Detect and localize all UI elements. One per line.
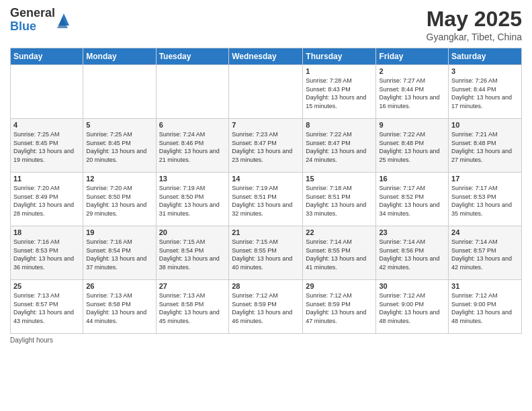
day-number: 2 [379, 67, 445, 75]
calendar-cell: 18Sunrise: 7:16 AM Sunset: 8:53 PM Dayli… [11, 226, 83, 280]
day-info: Sunrise: 7:20 AM Sunset: 8:50 PM Dayligh… [86, 184, 152, 218]
week-row-2: 4Sunrise: 7:25 AM Sunset: 8:45 PM Daylig… [11, 119, 522, 173]
calendar-cell: 23Sunrise: 7:14 AM Sunset: 8:56 PM Dayli… [376, 226, 449, 280]
day-number: 5 [86, 121, 152, 129]
weekday-header-row: SundayMondayTuesdayWednesdayThursdayFrid… [11, 48, 522, 65]
day-number: 29 [306, 282, 373, 290]
day-info: Sunrise: 7:21 AM Sunset: 8:48 PM Dayligh… [451, 130, 519, 164]
week-row-3: 11Sunrise: 7:20 AM Sunset: 8:49 PM Dayli… [11, 173, 522, 226]
month-title: May 2025 [427, 7, 522, 32]
weekday-header-saturday: Saturday [449, 48, 522, 65]
day-number: 3 [451, 67, 519, 75]
calendar-cell: 12Sunrise: 7:20 AM Sunset: 8:50 PM Dayli… [83, 173, 156, 226]
calendar-cell: 3Sunrise: 7:26 AM Sunset: 8:44 PM Daylig… [449, 65, 522, 119]
day-number: 15 [306, 175, 373, 183]
calendar-cell: 13Sunrise: 7:19 AM Sunset: 8:50 PM Dayli… [156, 173, 229, 226]
weekday-header-thursday: Thursday [303, 48, 376, 65]
calendar-cell: 21Sunrise: 7:15 AM Sunset: 8:55 PM Dayli… [229, 226, 303, 280]
weekday-header-monday: Monday [83, 48, 156, 65]
calendar-cell: 20Sunrise: 7:15 AM Sunset: 8:54 PM Dayli… [156, 226, 229, 280]
day-info: Sunrise: 7:25 AM Sunset: 8:45 PM Dayligh… [86, 130, 152, 164]
title-block: May 2025 Gyangkar, Tibet, China [427, 7, 522, 42]
day-number: 11 [13, 175, 80, 183]
day-number: 4 [13, 121, 80, 129]
day-info: Sunrise: 7:12 AM Sunset: 9:00 PM Dayligh… [451, 291, 519, 325]
day-info: Sunrise: 7:16 AM Sunset: 8:53 PM Dayligh… [13, 238, 80, 271]
day-info: Sunrise: 7:12 AM Sunset: 8:59 PM Dayligh… [306, 291, 373, 325]
calendar-cell: 24Sunrise: 7:14 AM Sunset: 8:57 PM Dayli… [449, 226, 522, 280]
day-number: 20 [159, 228, 226, 236]
day-info: Sunrise: 7:18 AM Sunset: 8:51 PM Dayligh… [306, 184, 373, 218]
day-info: Sunrise: 7:27 AM Sunset: 8:44 PM Dayligh… [379, 77, 445, 110]
day-number: 16 [379, 175, 445, 183]
day-number: 30 [379, 282, 445, 290]
calendar-cell: 10Sunrise: 7:21 AM Sunset: 8:48 PM Dayli… [449, 119, 522, 173]
day-number: 27 [159, 282, 226, 290]
week-row-4: 18Sunrise: 7:16 AM Sunset: 8:53 PM Dayli… [11, 226, 522, 280]
logo-blue: Blue [10, 20, 55, 34]
day-info: Sunrise: 7:19 AM Sunset: 8:50 PM Dayligh… [159, 184, 226, 218]
day-number: 13 [159, 175, 226, 183]
calendar-cell: 5Sunrise: 7:25 AM Sunset: 8:45 PM Daylig… [83, 119, 156, 173]
day-number: 1 [306, 67, 373, 75]
day-info: Sunrise: 7:17 AM Sunset: 8:52 PM Dayligh… [379, 184, 445, 218]
daylight-label: Daylight hours [10, 336, 53, 344]
calendar-cell: 4Sunrise: 7:25 AM Sunset: 8:45 PM Daylig… [11, 119, 83, 173]
day-number: 17 [451, 175, 519, 183]
day-info: Sunrise: 7:14 AM Sunset: 8:55 PM Dayligh… [306, 238, 373, 271]
day-number: 12 [86, 175, 152, 183]
day-number: 21 [232, 228, 300, 236]
day-info: Sunrise: 7:24 AM Sunset: 8:46 PM Dayligh… [159, 130, 226, 164]
day-number: 26 [86, 282, 152, 290]
calendar-cell: 26Sunrise: 7:13 AM Sunset: 8:58 PM Dayli… [83, 280, 156, 334]
header: General Blue May 2025 Gyangkar, Tibet, C… [10, 7, 522, 42]
day-info: Sunrise: 7:15 AM Sunset: 8:54 PM Dayligh… [159, 238, 226, 271]
day-number: 24 [451, 228, 519, 236]
day-number: 8 [306, 121, 373, 129]
day-number: 31 [451, 282, 519, 290]
calendar-cell [156, 65, 229, 119]
day-info: Sunrise: 7:26 AM Sunset: 8:44 PM Dayligh… [451, 77, 519, 110]
weekday-header-friday: Friday [376, 48, 449, 65]
day-info: Sunrise: 7:20 AM Sunset: 8:49 PM Dayligh… [13, 184, 80, 218]
day-number: 6 [159, 121, 226, 129]
day-number: 25 [13, 282, 80, 290]
day-info: Sunrise: 7:22 AM Sunset: 8:48 PM Dayligh… [379, 130, 445, 164]
calendar-cell: 7Sunrise: 7:23 AM Sunset: 8:47 PM Daylig… [229, 119, 303, 173]
calendar-cell: 22Sunrise: 7:14 AM Sunset: 8:55 PM Dayli… [303, 226, 376, 280]
footer: Daylight hours [10, 336, 522, 344]
day-number: 9 [379, 121, 445, 129]
page: General Blue May 2025 Gyangkar, Tibet, C… [0, 0, 532, 411]
weekday-header-tuesday: Tuesday [156, 48, 229, 65]
calendar-cell: 16Sunrise: 7:17 AM Sunset: 8:52 PM Dayli… [376, 173, 449, 226]
calendar-cell [229, 65, 303, 119]
day-info: Sunrise: 7:17 AM Sunset: 8:53 PM Dayligh… [451, 184, 519, 218]
calendar-cell [11, 65, 83, 119]
day-number: 14 [232, 175, 300, 183]
day-number: 22 [306, 228, 373, 236]
day-info: Sunrise: 7:16 AM Sunset: 8:54 PM Dayligh… [86, 238, 152, 271]
calendar-cell: 30Sunrise: 7:12 AM Sunset: 9:00 PM Dayli… [376, 280, 449, 334]
location: Gyangkar, Tibet, China [427, 32, 522, 42]
logo-icon [57, 12, 71, 28]
day-number: 10 [451, 121, 519, 129]
week-row-5: 25Sunrise: 7:13 AM Sunset: 8:57 PM Dayli… [11, 280, 522, 334]
calendar-cell: 14Sunrise: 7:19 AM Sunset: 8:51 PM Dayli… [229, 173, 303, 226]
calendar-table: SundayMondayTuesdayWednesdayThursdayFrid… [10, 48, 522, 334]
day-info: Sunrise: 7:22 AM Sunset: 8:47 PM Dayligh… [306, 130, 373, 164]
logo: General Blue [10, 7, 71, 34]
calendar-cell: 2Sunrise: 7:27 AM Sunset: 8:44 PM Daylig… [376, 65, 449, 119]
calendar-cell: 11Sunrise: 7:20 AM Sunset: 8:49 PM Dayli… [11, 173, 83, 226]
weekday-header-wednesday: Wednesday [229, 48, 303, 65]
day-number: 19 [86, 228, 152, 236]
calendar-cell: 1Sunrise: 7:28 AM Sunset: 8:43 PM Daylig… [303, 65, 376, 119]
day-info: Sunrise: 7:23 AM Sunset: 8:47 PM Dayligh… [232, 130, 300, 164]
day-info: Sunrise: 7:13 AM Sunset: 8:58 PM Dayligh… [159, 291, 226, 325]
weekday-header-sunday: Sunday [11, 48, 83, 65]
day-info: Sunrise: 7:13 AM Sunset: 8:58 PM Dayligh… [86, 291, 152, 325]
day-info: Sunrise: 7:28 AM Sunset: 8:43 PM Dayligh… [306, 77, 373, 110]
day-number: 23 [379, 228, 445, 236]
calendar-cell: 31Sunrise: 7:12 AM Sunset: 9:00 PM Dayli… [449, 280, 522, 334]
day-info: Sunrise: 7:12 AM Sunset: 8:59 PM Dayligh… [232, 291, 300, 325]
calendar-cell: 29Sunrise: 7:12 AM Sunset: 8:59 PM Dayli… [303, 280, 376, 334]
